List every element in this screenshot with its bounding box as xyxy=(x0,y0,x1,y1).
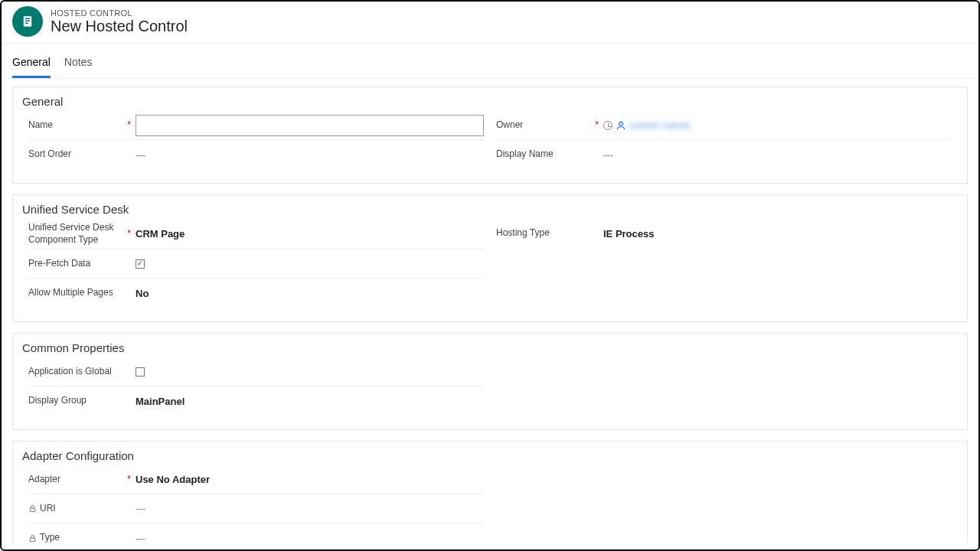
value-hosting-type[interactable]: IE Process xyxy=(603,228,952,240)
entity-type-label: HOSTED CONTROL xyxy=(51,8,188,18)
label-sort-order: Sort Order xyxy=(28,148,136,161)
section-title-general: General xyxy=(13,87,967,109)
svg-rect-6 xyxy=(30,538,34,542)
value-adapter[interactable]: Use No Adapter xyxy=(136,474,484,485)
checkbox-app-global[interactable] xyxy=(136,367,145,377)
section-title-common: Common Properties xyxy=(13,334,967,356)
required-marker: * xyxy=(127,119,131,132)
label-allow-multiple: Allow Multiple Pages xyxy=(28,287,136,299)
label-component-type: Unified Service Desk Component Type * xyxy=(28,222,136,246)
tab-notes[interactable]: Notes xyxy=(64,51,93,78)
page-title: New Hosted Control xyxy=(51,18,188,35)
svg-rect-5 xyxy=(30,508,34,512)
person-icon xyxy=(616,120,626,131)
tab-general[interactable]: General xyxy=(12,51,51,78)
section-title-adapter: Adapter Configuration xyxy=(13,442,967,464)
label-uri: URI xyxy=(28,503,136,515)
value-uri: --- xyxy=(136,503,484,514)
page-header: HOSTED CONTROL New Hosted Control xyxy=(2,2,978,44)
required-marker: * xyxy=(595,119,599,132)
required-marker: * xyxy=(127,474,131,486)
value-component-type[interactable]: CRM Page xyxy=(136,228,484,240)
label-owner: Owner * xyxy=(496,119,603,132)
value-owner[interactable]: (owner name) xyxy=(603,119,952,131)
name-input[interactable] xyxy=(136,115,484,136)
label-hosting-type: Hosting Type xyxy=(496,227,603,240)
required-marker: * xyxy=(127,228,131,240)
section-common: Common Properties Application is Global … xyxy=(12,333,968,430)
value-allow-multiple[interactable]: No xyxy=(136,288,484,299)
label-adapter: Adapter * xyxy=(28,474,136,486)
form-tabs: General Notes xyxy=(2,44,978,79)
value-display-name[interactable]: --- xyxy=(603,149,952,161)
label-app-global: Application is Global xyxy=(28,366,136,378)
entity-icon xyxy=(12,6,43,37)
svg-rect-3 xyxy=(25,23,28,24)
svg-point-4 xyxy=(619,122,623,126)
value-sort-order[interactable]: --- xyxy=(136,149,484,161)
svg-rect-2 xyxy=(25,21,30,22)
section-title-usd: Unified Service Desk xyxy=(13,195,967,217)
label-display-name: Display Name xyxy=(496,148,603,161)
value-type: --- xyxy=(136,533,484,543)
checkbox-prefetch[interactable]: ✓ xyxy=(136,259,145,269)
label-prefetch: Pre-Fetch Data xyxy=(28,258,136,270)
lock-icon xyxy=(28,534,37,543)
section-general: General Name * Sort Order --- xyxy=(12,86,968,184)
value-display-group[interactable]: MainPanel xyxy=(136,396,484,407)
label-display-group: Display Group xyxy=(28,395,136,407)
section-adapter: Adapter Configuration Adapter * Use No A… xyxy=(12,441,968,543)
form-content: General Name * Sort Order --- xyxy=(2,79,978,543)
label-name: Name * xyxy=(28,119,136,132)
clock-icon xyxy=(603,121,612,130)
lock-icon xyxy=(28,504,37,513)
svg-rect-1 xyxy=(25,18,30,20)
section-usd: Unified Service Desk Unified Service Des… xyxy=(12,194,968,322)
label-type: Type xyxy=(28,532,136,543)
